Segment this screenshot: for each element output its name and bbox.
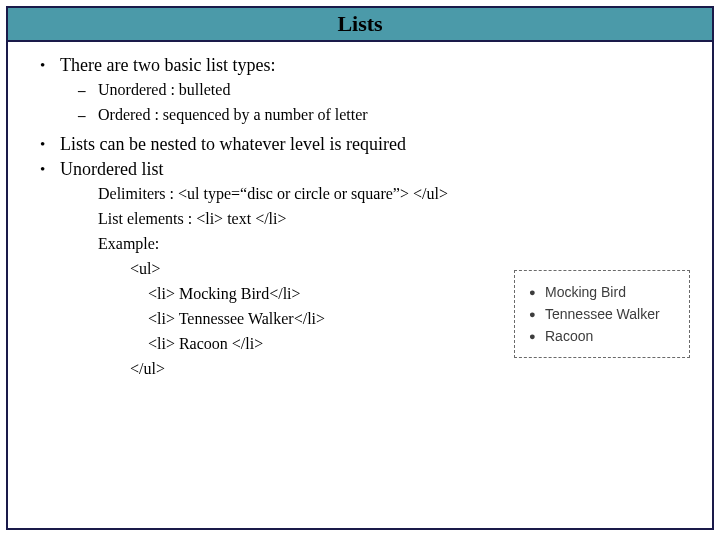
bullet-item: There are two basic list types:	[40, 54, 704, 76]
bullet-text: <li> Mocking Bird</li>	[148, 283, 301, 305]
list-item: Tennessee Walker	[529, 303, 671, 325]
title-bar: Lists	[8, 8, 712, 42]
bullet-text: There are two basic list types:	[60, 54, 275, 76]
bullet-item: List elements : <li> text </li>	[78, 208, 704, 230]
bullet-dot-icon	[529, 325, 545, 347]
example-text: Racoon	[545, 325, 593, 347]
bullet-dot-icon	[40, 158, 60, 180]
bullet-text: <li> Racoon </li>	[148, 333, 263, 355]
bullet-item: Lists can be nested to whatever level is…	[40, 133, 704, 155]
bullet-item: Example:	[78, 233, 704, 255]
bullet-text: <li> Tennessee Walker</li>	[148, 308, 325, 330]
bullet-dash-icon	[78, 79, 98, 101]
bullet-item: </ul>	[110, 358, 704, 380]
bullet-text: Lists can be nested to whatever level is…	[60, 133, 406, 155]
bullet-dot-icon	[40, 133, 60, 155]
list-item: Mocking Bird	[529, 281, 671, 303]
bullet-text: Example:	[98, 233, 159, 255]
bullet-item: Delimiters : <ul type=“disc or circle or…	[78, 183, 704, 205]
bullet-text: Ordered : sequenced by a number of lette…	[98, 104, 368, 126]
example-output-box: Mocking Bird Tennessee Walker Racoon	[514, 270, 690, 358]
bullet-dash-icon	[78, 104, 98, 126]
bullet-item: Ordered : sequenced by a number of lette…	[78, 104, 704, 126]
bullet-text: <ul>	[130, 258, 161, 280]
example-text: Mocking Bird	[545, 281, 626, 303]
bullet-text: Delimiters : <ul type=“disc or circle or…	[98, 183, 448, 205]
bullet-text: Unordered list	[60, 158, 163, 180]
list-item: Racoon	[529, 325, 671, 347]
bullet-dot-icon	[529, 281, 545, 303]
bullet-item: Unordered list	[40, 158, 704, 180]
bullet-dot-icon	[40, 54, 60, 76]
slide-title: Lists	[337, 11, 382, 37]
bullet-text: Unordered : bulleted	[98, 79, 230, 101]
slide-frame: Lists There are two basic list types: Un…	[6, 6, 714, 530]
bullet-item: Unordered : bulleted	[78, 79, 704, 101]
bullet-text: </ul>	[130, 358, 165, 380]
bullet-text: List elements : <li> text </li>	[98, 208, 287, 230]
slide-content: There are two basic list types: Unordere…	[8, 42, 712, 391]
bullet-dot-icon	[529, 303, 545, 325]
example-text: Tennessee Walker	[545, 303, 660, 325]
